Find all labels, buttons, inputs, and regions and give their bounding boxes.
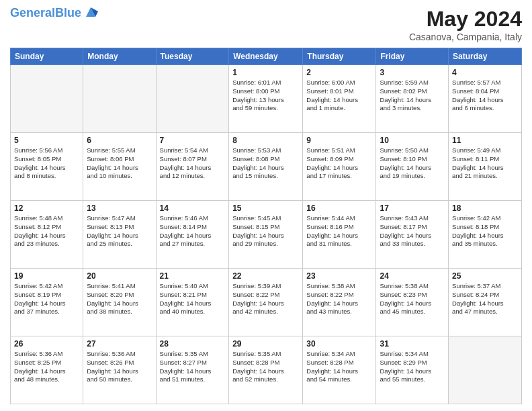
day-info: Sunrise: 5:41 AM Sunset: 8:20 PM Dayligh…: [87, 282, 152, 316]
day-number: 18: [452, 203, 518, 213]
day-number: 9: [306, 136, 372, 145]
calendar-cell: 10Sunrise: 5:50 AM Sunset: 8:10 PM Dayli…: [376, 133, 449, 201]
day-header-thursday: Thursday: [303, 48, 376, 65]
day-number: 21: [160, 271, 226, 281]
day-number: 6: [87, 136, 152, 145]
day-number: 1: [232, 68, 299, 77]
day-info: Sunrise: 5:59 AM Sunset: 8:02 PM Dayligh…: [380, 79, 445, 113]
calendar-cell: 31Sunrise: 5:34 AM Sunset: 8:29 PM Dayli…: [376, 336, 449, 404]
page: GeneralBlue May 2024 Casanova, Campania,…: [0, 0, 532, 411]
calendar-cell: 15Sunrise: 5:45 AM Sunset: 8:15 PM Dayli…: [229, 201, 303, 269]
day-info: Sunrise: 5:35 AM Sunset: 8:27 PM Dayligh…: [160, 350, 226, 384]
day-number: 10: [380, 136, 445, 145]
day-info: Sunrise: 5:37 AM Sunset: 8:24 PM Dayligh…: [452, 282, 518, 316]
day-info: Sunrise: 5:49 AM Sunset: 8:11 PM Dayligh…: [452, 146, 518, 181]
day-info: Sunrise: 5:40 AM Sunset: 8:21 PM Dayligh…: [160, 282, 226, 316]
calendar-cell: 5Sunrise: 5:56 AM Sunset: 8:05 PM Daylig…: [11, 133, 83, 201]
calendar-cell: [449, 336, 522, 404]
day-number: 8: [232, 136, 299, 145]
calendar-cell: 25Sunrise: 5:37 AM Sunset: 8:24 PM Dayli…: [449, 269, 522, 336]
header: GeneralBlue May 2024 Casanova, Campania,…: [10, 7, 522, 42]
day-info: Sunrise: 5:46 AM Sunset: 8:14 PM Dayligh…: [160, 214, 226, 248]
day-info: Sunrise: 5:35 AM Sunset: 8:28 PM Dayligh…: [232, 350, 299, 384]
logo-text: GeneralBlue: [10, 7, 81, 20]
calendar-week-3: 12Sunrise: 5:48 AM Sunset: 8:12 PM Dayli…: [11, 201, 522, 269]
location: Casanova, Campania, Italy: [409, 32, 522, 42]
calendar-cell: 21Sunrise: 5:40 AM Sunset: 8:21 PM Dayli…: [156, 269, 229, 336]
month-title: May 2024: [409, 7, 522, 32]
day-number: 14: [160, 203, 226, 213]
calendar-cell: 7Sunrise: 5:54 AM Sunset: 8:07 PM Daylig…: [156, 133, 229, 201]
calendar-cell: 6Sunrise: 5:55 AM Sunset: 8:06 PM Daylig…: [83, 133, 156, 201]
day-number: 23: [306, 271, 372, 281]
day-info: Sunrise: 5:34 AM Sunset: 8:28 PM Dayligh…: [306, 350, 372, 384]
day-number: 16: [306, 203, 372, 213]
calendar-cell: 26Sunrise: 5:36 AM Sunset: 8:25 PM Dayli…: [11, 336, 83, 404]
day-number: 19: [14, 271, 79, 281]
day-info: Sunrise: 5:38 AM Sunset: 8:23 PM Dayligh…: [380, 282, 445, 316]
day-number: 31: [380, 339, 445, 349]
calendar-cell: 28Sunrise: 5:35 AM Sunset: 8:27 PM Dayli…: [156, 336, 229, 404]
calendar-cell: [11, 65, 83, 133]
day-info: Sunrise: 5:55 AM Sunset: 8:06 PM Dayligh…: [87, 146, 152, 181]
day-info: Sunrise: 6:01 AM Sunset: 8:00 PM Dayligh…: [232, 79, 299, 113]
day-info: Sunrise: 5:54 AM Sunset: 8:07 PM Dayligh…: [160, 146, 226, 181]
calendar-cell: [83, 65, 156, 133]
day-number: 29: [232, 339, 299, 349]
title-block: May 2024 Casanova, Campania, Italy: [409, 7, 522, 42]
day-info: Sunrise: 5:57 AM Sunset: 8:04 PM Dayligh…: [452, 79, 518, 113]
logo-icon: [83, 5, 98, 19]
calendar-cell: 23Sunrise: 5:38 AM Sunset: 8:22 PM Dayli…: [303, 269, 376, 336]
day-number: 25: [452, 271, 518, 281]
day-number: 12: [14, 203, 79, 213]
calendar-cell: 13Sunrise: 5:47 AM Sunset: 8:13 PM Dayli…: [83, 201, 156, 269]
calendar-week-4: 19Sunrise: 5:42 AM Sunset: 8:19 PM Dayli…: [11, 269, 522, 336]
day-info: Sunrise: 5:42 AM Sunset: 8:19 PM Dayligh…: [14, 282, 79, 316]
calendar-cell: 29Sunrise: 5:35 AM Sunset: 8:28 PM Dayli…: [229, 336, 303, 404]
calendar-cell: 19Sunrise: 5:42 AM Sunset: 8:19 PM Dayli…: [11, 269, 83, 336]
day-number: 15: [232, 203, 299, 213]
day-header-sunday: Sunday: [11, 48, 83, 65]
day-info: Sunrise: 5:44 AM Sunset: 8:16 PM Dayligh…: [306, 214, 372, 248]
day-info: Sunrise: 5:36 AM Sunset: 8:25 PM Dayligh…: [14, 350, 79, 384]
day-number: 27: [87, 339, 152, 349]
calendar-cell: 24Sunrise: 5:38 AM Sunset: 8:23 PM Dayli…: [376, 269, 449, 336]
day-number: 30: [306, 339, 372, 349]
calendar-cell: 14Sunrise: 5:46 AM Sunset: 8:14 PM Dayli…: [156, 201, 229, 269]
day-info: Sunrise: 5:34 AM Sunset: 8:29 PM Dayligh…: [380, 350, 445, 384]
day-info: Sunrise: 5:56 AM Sunset: 8:05 PM Dayligh…: [14, 146, 79, 181]
day-number: 13: [87, 203, 152, 213]
day-info: Sunrise: 6:00 AM Sunset: 8:01 PM Dayligh…: [306, 79, 372, 113]
calendar-cell: 9Sunrise: 5:51 AM Sunset: 8:09 PM Daylig…: [303, 133, 376, 201]
calendar-cell: 4Sunrise: 5:57 AM Sunset: 8:04 PM Daylig…: [449, 65, 522, 133]
day-number: 11: [452, 136, 518, 145]
day-number: 5: [14, 136, 79, 145]
day-info: Sunrise: 5:38 AM Sunset: 8:22 PM Dayligh…: [306, 282, 372, 316]
day-info: Sunrise: 5:45 AM Sunset: 8:15 PM Dayligh…: [232, 214, 299, 248]
calendar-cell: 18Sunrise: 5:42 AM Sunset: 8:18 PM Dayli…: [449, 201, 522, 269]
day-info: Sunrise: 5:43 AM Sunset: 8:17 PM Dayligh…: [380, 214, 445, 248]
calendar-cell: 12Sunrise: 5:48 AM Sunset: 8:12 PM Dayli…: [11, 201, 83, 269]
day-header-saturday: Saturday: [449, 48, 522, 65]
calendar-cell: [156, 65, 229, 133]
day-number: 4: [452, 68, 518, 77]
day-number: 20: [87, 271, 152, 281]
day-info: Sunrise: 5:39 AM Sunset: 8:22 PM Dayligh…: [232, 282, 299, 316]
day-number: 24: [380, 271, 445, 281]
calendar-cell: 8Sunrise: 5:53 AM Sunset: 8:08 PM Daylig…: [229, 133, 303, 201]
calendar-cell: 27Sunrise: 5:36 AM Sunset: 8:26 PM Dayli…: [83, 336, 156, 404]
day-number: 2: [306, 68, 372, 77]
day-number: 17: [380, 203, 445, 213]
calendar-cell: 17Sunrise: 5:43 AM Sunset: 8:17 PM Dayli…: [376, 201, 449, 269]
calendar-cell: 16Sunrise: 5:44 AM Sunset: 8:16 PM Dayli…: [303, 201, 376, 269]
day-info: Sunrise: 5:47 AM Sunset: 8:13 PM Dayligh…: [87, 214, 152, 248]
day-header-wednesday: Wednesday: [229, 48, 303, 65]
calendar-week-2: 5Sunrise: 5:56 AM Sunset: 8:05 PM Daylig…: [11, 133, 522, 201]
day-info: Sunrise: 5:42 AM Sunset: 8:18 PM Dayligh…: [452, 214, 518, 248]
logo-blue: Blue: [55, 6, 81, 19]
day-info: Sunrise: 5:48 AM Sunset: 8:12 PM Dayligh…: [14, 214, 79, 248]
calendar-header-row: SundayMondayTuesdayWednesdayThursdayFrid…: [11, 48, 522, 65]
day-header-monday: Monday: [83, 48, 156, 65]
day-number: 3: [380, 68, 445, 77]
day-header-tuesday: Tuesday: [156, 48, 229, 65]
